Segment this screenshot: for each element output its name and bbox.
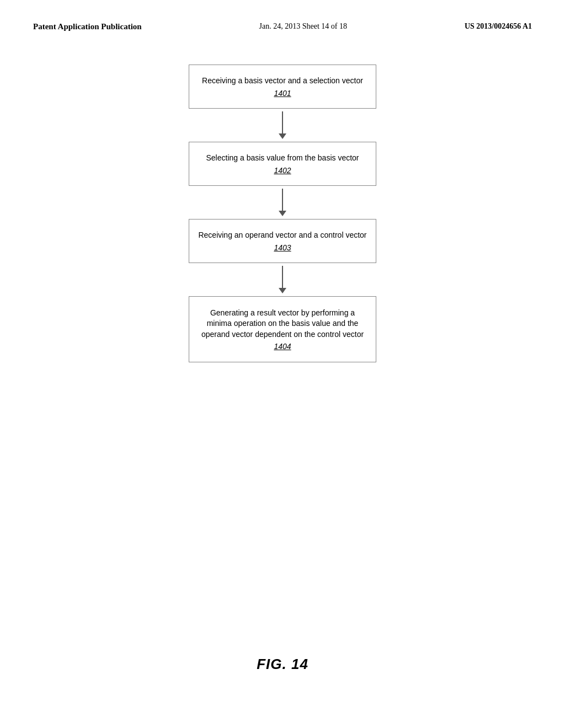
flow-box-1403-text: Receiving an operand vector and a contro… [198,230,366,241]
flow-box-1403-id: 1403 [274,243,291,252]
flow-box-1404: Generating a result vector by performing… [189,296,376,362]
flow-box-1403: Receiving an operand vector and a contro… [189,219,376,263]
header-center: Jan. 24, 2013 Sheet 14 of 18 [259,22,347,31]
page: Patent Application Publication Jan. 24, … [0,0,565,728]
arrow-head [279,133,286,139]
flow-box-1404-text: Generating a result vector by performing… [198,308,367,340]
flow-box-1404-id: 1404 [274,342,291,351]
flowchart: Receiving a basis vector and a selection… [33,65,532,362]
arrow-1402-1403 [279,186,286,219]
header-left: Patent Application Publication [33,22,142,31]
arrow-1403-1404 [279,263,286,296]
flow-box-1402-id: 1402 [274,166,291,175]
header-right: US 2013/0024656 A1 [465,22,532,31]
flow-box-1402-text: Selecting a basis value from the basis v… [206,153,359,164]
arrow-head [279,288,286,293]
header: Patent Application Publication Jan. 24, … [33,22,532,31]
flow-box-1401-text: Receiving a basis vector and a selection… [202,76,363,87]
arrow-line [282,266,283,288]
arrow-line [282,111,283,133]
arrow-line [282,189,283,211]
figure-label: FIG. 14 [257,656,308,673]
arrow-1401-1402 [279,109,286,142]
flow-box-1401: Receiving a basis vector and a selection… [189,65,376,109]
arrow-head [279,211,286,216]
flow-box-1402: Selecting a basis value from the basis v… [189,142,376,186]
flow-box-1401-id: 1401 [274,89,291,98]
